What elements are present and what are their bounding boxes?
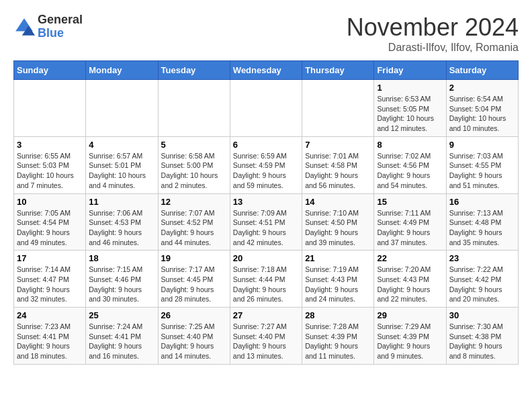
day-number: 18: [89, 253, 154, 263]
calendar-week-3: 10Sunrise: 7:05 AMSunset: 4:54 PMDayligh…: [14, 193, 519, 250]
day-info: Sunrise: 6:54 AMSunset: 5:04 PMDaylight:…: [449, 94, 515, 134]
day-info: Sunrise: 7:18 AMSunset: 4:44 PMDaylight:…: [233, 265, 299, 304]
day-info: Sunrise: 7:29 AMSunset: 4:39 PMDaylight:…: [377, 322, 443, 361]
day-number: 12: [161, 197, 227, 207]
calendar-cell: 25Sunrise: 7:24 AMSunset: 4:41 PMDayligh…: [86, 308, 158, 365]
calendar-cell: 8Sunrise: 7:02 AMSunset: 4:56 PMDaylight…: [374, 136, 446, 193]
calendar-cell: [158, 80, 230, 137]
calendar-cell: 9Sunrise: 7:03 AMSunset: 4:55 PMDaylight…: [446, 136, 518, 193]
day-number: 8: [377, 140, 443, 150]
calendar-cell: 18Sunrise: 7:15 AMSunset: 4:46 PMDayligh…: [86, 250, 158, 308]
day-number: 16: [449, 197, 515, 207]
day-number: 1: [377, 83, 443, 93]
day-number: 14: [305, 197, 371, 207]
day-info: Sunrise: 7:19 AMSunset: 4:43 PMDaylight:…: [305, 265, 371, 304]
calendar-cell: 5Sunrise: 6:58 AMSunset: 5:00 PMDaylight…: [158, 136, 230, 193]
calendar-cell: 7Sunrise: 7:01 AMSunset: 4:58 PMDaylight…: [302, 136, 374, 193]
logo-icon: [13, 16, 35, 38]
day-info: Sunrise: 7:23 AMSunset: 4:41 PMDaylight:…: [17, 322, 83, 361]
calendar-cell: 27Sunrise: 7:27 AMSunset: 4:40 PMDayligh…: [230, 308, 302, 365]
day-info: Sunrise: 7:09 AMSunset: 4:51 PMDaylight:…: [233, 208, 299, 248]
calendar-cell: 13Sunrise: 7:09 AMSunset: 4:51 PMDayligh…: [230, 193, 302, 250]
calendar-cell: [302, 80, 374, 137]
day-number: 17: [17, 253, 83, 263]
calendar-week-4: 17Sunrise: 7:14 AMSunset: 4:47 PMDayligh…: [14, 250, 519, 308]
weekday-header-wednesday: Wednesday: [230, 61, 302, 80]
calendar-cell: 28Sunrise: 7:28 AMSunset: 4:39 PMDayligh…: [302, 308, 374, 365]
day-number: 7: [305, 140, 371, 150]
calendar-cell: 17Sunrise: 7:14 AMSunset: 4:47 PMDayligh…: [14, 250, 86, 308]
calendar-table: SundayMondayTuesdayWednesdayThursdayFrid…: [13, 60, 519, 365]
calendar-cell: 11Sunrise: 7:06 AMSunset: 4:53 PMDayligh…: [86, 193, 158, 250]
calendar-cell: [86, 80, 158, 137]
day-info: Sunrise: 7:14 AMSunset: 4:47 PMDaylight:…: [17, 265, 83, 304]
day-info: Sunrise: 7:11 AMSunset: 4:49 PMDaylight:…: [377, 208, 443, 248]
weekday-header-friday: Friday: [374, 61, 446, 80]
calendar-cell: 22Sunrise: 7:20 AMSunset: 4:43 PMDayligh…: [374, 250, 446, 308]
day-number: 26: [161, 310, 227, 320]
calendar-cell: 4Sunrise: 6:57 AMSunset: 5:01 PMDaylight…: [86, 136, 158, 193]
day-number: 3: [17, 140, 83, 150]
day-number: 25: [89, 310, 154, 320]
calendar-cell: 6Sunrise: 6:59 AMSunset: 4:59 PMDaylight…: [230, 136, 302, 193]
calendar-cell: 19Sunrise: 7:17 AMSunset: 4:45 PMDayligh…: [158, 250, 230, 308]
calendar-week-2: 3Sunrise: 6:55 AMSunset: 5:03 PMDaylight…: [14, 136, 519, 193]
day-info: Sunrise: 7:03 AMSunset: 4:55 PMDaylight:…: [449, 151, 515, 191]
day-number: 2: [449, 83, 515, 93]
calendar-cell: 26Sunrise: 7:25 AMSunset: 4:40 PMDayligh…: [158, 308, 230, 365]
logo: General Blue: [13, 13, 83, 40]
calendar-cell: 16Sunrise: 7:13 AMSunset: 4:48 PMDayligh…: [446, 193, 518, 250]
day-number: 29: [377, 310, 443, 320]
day-info: Sunrise: 7:13 AMSunset: 4:48 PMDaylight:…: [449, 208, 515, 248]
day-info: Sunrise: 7:20 AMSunset: 4:43 PMDaylight:…: [377, 265, 443, 304]
day-info: Sunrise: 7:06 AMSunset: 4:53 PMDaylight:…: [89, 208, 154, 248]
weekday-header-sunday: Sunday: [14, 61, 86, 80]
day-number: 30: [449, 310, 515, 320]
day-number: 22: [377, 253, 443, 263]
calendar-cell: 15Sunrise: 7:11 AMSunset: 4:49 PMDayligh…: [374, 193, 446, 250]
location: Darasti-Ilfov, Ilfov, Romania: [347, 42, 519, 54]
day-info: Sunrise: 6:53 AMSunset: 5:05 PMDaylight:…: [377, 94, 443, 134]
day-info: Sunrise: 7:02 AMSunset: 4:56 PMDaylight:…: [377, 151, 443, 191]
calendar-cell: 12Sunrise: 7:07 AMSunset: 4:52 PMDayligh…: [158, 193, 230, 250]
day-number: 21: [305, 253, 371, 263]
calendar-cell: 20Sunrise: 7:18 AMSunset: 4:44 PMDayligh…: [230, 250, 302, 308]
day-number: 20: [233, 253, 299, 263]
weekday-header-saturday: Saturday: [446, 61, 518, 80]
day-info: Sunrise: 7:10 AMSunset: 4:50 PMDaylight:…: [305, 208, 371, 248]
day-info: Sunrise: 6:57 AMSunset: 5:01 PMDaylight:…: [89, 151, 154, 191]
day-number: 5: [161, 140, 227, 150]
day-number: 13: [233, 197, 299, 207]
weekday-header-tuesday: Tuesday: [158, 61, 230, 80]
calendar-cell: 3Sunrise: 6:55 AMSunset: 5:03 PMDaylight…: [14, 136, 86, 193]
day-info: Sunrise: 7:15 AMSunset: 4:46 PMDaylight:…: [89, 265, 154, 304]
day-info: Sunrise: 7:07 AMSunset: 4:52 PMDaylight:…: [161, 208, 227, 248]
day-info: Sunrise: 7:17 AMSunset: 4:45 PMDaylight:…: [161, 265, 227, 304]
day-number: 15: [377, 197, 443, 207]
calendar-week-5: 24Sunrise: 7:23 AMSunset: 4:41 PMDayligh…: [14, 308, 519, 365]
calendar-cell: 23Sunrise: 7:22 AMSunset: 4:42 PMDayligh…: [446, 250, 518, 308]
logo-blue-text: Blue: [38, 27, 83, 40]
day-number: 6: [233, 140, 299, 150]
header: General Blue November 2024 Darasti-Ilfov…: [13, 13, 519, 54]
day-number: 4: [89, 140, 154, 150]
day-number: 19: [161, 253, 227, 263]
calendar-cell: 10Sunrise: 7:05 AMSunset: 4:54 PMDayligh…: [14, 193, 86, 250]
day-info: Sunrise: 7:25 AMSunset: 4:40 PMDaylight:…: [161, 322, 227, 361]
day-number: 23: [449, 253, 515, 263]
calendar-cell: [230, 80, 302, 137]
day-number: 10: [17, 197, 83, 207]
day-number: 28: [305, 310, 371, 320]
calendar-cell: 30Sunrise: 7:30 AMSunset: 4:38 PMDayligh…: [446, 308, 518, 365]
day-number: 9: [449, 140, 515, 150]
calendar-cell: 1Sunrise: 6:53 AMSunset: 5:05 PMDaylight…: [374, 80, 446, 137]
day-number: 27: [233, 310, 299, 320]
weekday-header-monday: Monday: [86, 61, 158, 80]
day-info: Sunrise: 6:58 AMSunset: 5:00 PMDaylight:…: [161, 151, 227, 191]
day-number: 11: [89, 197, 154, 207]
day-info: Sunrise: 7:30 AMSunset: 4:38 PMDaylight:…: [449, 322, 515, 361]
day-info: Sunrise: 6:59 AMSunset: 4:59 PMDaylight:…: [233, 151, 299, 191]
day-info: Sunrise: 7:05 AMSunset: 4:54 PMDaylight:…: [17, 208, 83, 248]
month-year: November 2024: [347, 13, 519, 42]
calendar-cell: 29Sunrise: 7:29 AMSunset: 4:39 PMDayligh…: [374, 308, 446, 365]
